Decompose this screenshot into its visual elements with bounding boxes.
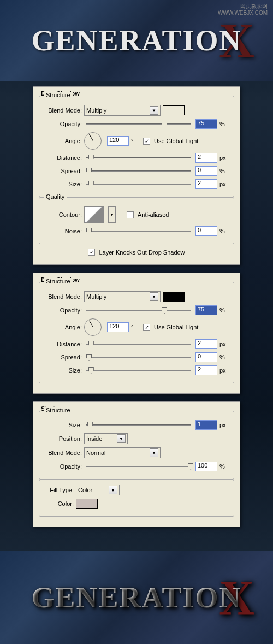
unit-deg: ° [131,138,141,144]
anti-aliased-label: Anti-aliased [138,211,169,218]
unit-px: px [219,422,229,428]
use-global-label: Use Global Light [154,324,198,330]
distance-slider[interactable] [86,340,191,348]
blend-mode-select[interactable]: Multiply ▼ [84,105,161,116]
label-blend-mode: Blend Mode: [44,450,82,456]
label-blend-mode: Blend Mode: [44,107,82,114]
label-opacity: Opacity: [44,121,82,127]
group-fill: Fill Type: Color ▼ Color: [39,480,234,517]
group-title-structure: Structure [44,278,73,285]
panel-stroke: Stroke Structure Size: 1 px Position: In… [33,401,240,527]
label-distance: Distance: [44,341,82,347]
chevron-down-icon: ▼ [150,292,158,301]
angle-input[interactable]: 120 [107,322,129,332]
knockout-checkbox[interactable]: ✓ [88,249,95,256]
distance-slider[interactable] [86,153,191,162]
fill-type-value: Color [78,487,92,493]
noise-slider[interactable] [86,227,191,235]
group-title-quality: Quality [44,193,67,200]
spread-slider[interactable] [86,353,191,362]
label-contour: Contour: [44,211,82,218]
hero-text: GENERATION [31,23,241,57]
panel-drop-shadow-2: Drop Shadow Structure Blend Mode: Multip… [33,273,240,394]
opacity-input[interactable]: 100 [195,462,217,471]
hero-text: GENERATION [31,581,241,615]
stroke-color-swatch[interactable] [76,499,98,509]
blend-mode-value: Normal [86,450,105,456]
opacity-slider[interactable] [86,306,191,315]
blend-mode-value: Multiply [86,107,106,114]
label-spread: Spread: [44,168,82,174]
panel-drop-shadow-1: Drop Shadow Structure Blend Mode: Multip… [33,86,240,265]
use-global-checkbox[interactable]: ✓ [143,138,150,145]
size-input[interactable]: 1 [195,420,217,430]
noise-input[interactable]: 0 [195,226,217,236]
label-size: Size: [44,422,82,428]
opacity-input[interactable]: 75 [195,119,217,129]
group-structure: Structure Size: 1 px Position: Inside ▼ … [39,411,234,480]
angle-input[interactable]: 120 [107,136,129,146]
opacity-slider[interactable] [86,120,191,128]
opacity-slider[interactable] [86,462,191,471]
label-fill-type: Fill Type: [44,487,74,493]
size-slider[interactable] [86,366,191,375]
label-angle: Angle: [44,324,82,330]
unit-px: px [219,155,229,161]
distance-input[interactable]: 2 [195,153,217,163]
position-value: Inside [86,435,102,442]
label-size: Size: [44,181,82,187]
contour-dropdown[interactable]: ▼ [108,206,116,223]
unit-pct: % [219,228,229,234]
unit-px: px [219,341,229,347]
group-structure: Structure Blend Mode: Multiply ▼ Opacity… [39,96,234,197]
knockout-label: Layer Knocks Out Drop Shadow [99,249,185,256]
watermark-line1: 网页教学网 [218,3,268,10]
hero-top: 网页教学网 WWW.WEBJX.COM X GENERATION [0,0,273,81]
blend-mode-value: Multiply [86,293,106,300]
angle-dial[interactable] [84,132,102,150]
unit-pct: % [219,354,229,361]
unit-px: px [219,181,229,187]
group-quality: Quality Contour: ▼ Anti-aliased Noise: 0… [39,197,234,244]
label-color: Color: [44,500,74,507]
hero-bottom: X GENERATION [0,551,273,644]
spread-input[interactable]: 0 [195,166,217,176]
contour-preview[interactable] [84,206,104,223]
group-title-structure: Structure [44,92,73,98]
use-global-checkbox[interactable]: ✓ [143,324,150,331]
distance-input[interactable]: 2 [195,339,217,349]
size-slider[interactable] [86,180,191,188]
label-position: Position: [44,435,82,442]
label-noise: Noise: [44,228,82,234]
size-input[interactable]: 2 [195,365,217,375]
blend-mode-select[interactable]: Multiply ▼ [84,291,161,302]
anti-aliased-checkbox[interactable] [127,211,134,218]
chevron-down-icon: ▼ [117,434,126,443]
unit-px: px [219,367,229,374]
spread-slider[interactable] [86,167,191,175]
label-size: Size: [44,367,82,374]
label-blend-mode: Blend Mode: [44,293,82,300]
unit-pct: % [219,168,229,174]
group-title-structure: Structure [44,407,73,413]
unit-pct: % [219,121,229,127]
angle-dial[interactable] [84,318,102,336]
group-structure: Structure Blend Mode: Multiply ▼ Opacity… [39,282,234,383]
label-opacity: Opacity: [44,307,82,314]
unit-pct: % [219,463,229,470]
chevron-down-icon: ▼ [150,106,158,115]
blend-color-swatch[interactable] [163,292,185,302]
use-global-label: Use Global Light [154,138,198,144]
size-slider[interactable] [86,421,191,429]
unit-pct: % [219,307,229,314]
fill-type-select[interactable]: Color ▼ [76,485,120,495]
label-spread: Spread: [44,354,82,361]
position-select[interactable]: Inside ▼ [84,433,128,444]
blend-color-swatch[interactable] [163,105,185,115]
label-angle: Angle: [44,138,82,144]
blend-mode-select[interactable]: Normal ▼ [84,447,161,458]
label-distance: Distance: [44,155,82,161]
spread-input[interactable]: 0 [195,352,217,362]
opacity-input[interactable]: 75 [195,305,217,315]
size-input[interactable]: 2 [195,179,217,189]
